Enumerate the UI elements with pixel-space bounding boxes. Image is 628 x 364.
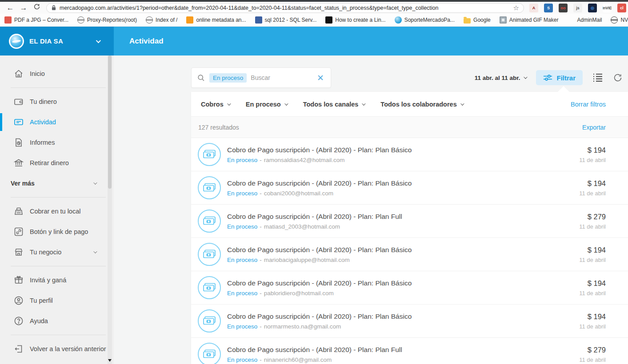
search-icon xyxy=(197,74,205,82)
sidebar-item-actividad[interactable]: Actividad xyxy=(0,112,114,132)
page-title: Actividad xyxy=(129,37,164,46)
browser-toolbar: ← → mercadopago.com.ar/activities/1?peri… xyxy=(0,2,628,14)
bookmarks-bar: PDF a JPG – Conver... Proxy-Reportes(roo… xyxy=(0,14,628,27)
scroll-down-arrow-icon[interactable] xyxy=(108,359,112,363)
date: 11 de abril xyxy=(579,323,606,330)
money-bill-icon xyxy=(198,176,221,199)
sidebar-item-ver-mas[interactable]: Ver más xyxy=(0,173,114,194)
store-icon xyxy=(13,247,24,257)
mask-extension-icon[interactable]: oo xyxy=(559,4,568,12)
c-extension-icon[interactable]: cl xyxy=(617,4,626,12)
sql-favicon xyxy=(255,16,262,24)
mail-x-favicon xyxy=(567,16,574,24)
date: 11 de abril xyxy=(579,157,606,163)
amount: $ 194 xyxy=(579,179,606,188)
sidebar-item-retirar-dinero[interactable]: Retirar dinero xyxy=(0,153,114,173)
payer-email: matiasd_2003@hotmail.com xyxy=(264,223,340,230)
sidebar-scrollbar[interactable] xyxy=(108,55,112,364)
bookmark-item[interactable]: Proxy-Reportes(root) xyxy=(77,16,137,24)
clear-filters-link[interactable]: Borrar filtros xyxy=(571,101,606,108)
forward-icon[interactable]: → xyxy=(17,4,30,12)
filter-dropdown-channels[interactable]: Todos los canales xyxy=(303,101,365,108)
back-icon[interactable]: ← xyxy=(4,4,17,12)
payer-email: mariobacigaluppe@hotmail.com xyxy=(264,257,350,263)
bookmark-item[interactable]: How to create a Lin... xyxy=(325,16,385,24)
status-badge: En proceso xyxy=(227,157,257,163)
results-panel: Cobros En proceso Todos los canales Todo… xyxy=(191,92,628,364)
activity-title: Cobro de Pago suscripción - (Abril 2020)… xyxy=(227,279,412,287)
profile-icon xyxy=(13,295,24,306)
search-input[interactable] xyxy=(251,74,316,81)
acrobat-extension-icon[interactable]: A xyxy=(529,4,538,12)
sidebar-item-volver-version-anterior[interactable]: Volver a la versión anterior xyxy=(0,339,114,359)
bookmark-label: SoporteMercadoPa... xyxy=(404,17,455,23)
activity-row[interactable]: Cobro de Pago suscripción - (Abril 2020)… xyxy=(191,171,628,205)
list-view-icon[interactable] xyxy=(592,73,603,83)
bookmark-item[interactable]: NVS-2 xyxy=(611,16,628,24)
divider xyxy=(11,266,106,266)
filter-dropdown-type[interactable]: Cobros xyxy=(201,101,230,108)
date-range-selector[interactable]: 11 abr. al 11 abr. xyxy=(475,75,527,81)
sidebar-item-cobrar-en-tu-local[interactable]: Cobrar en tu local xyxy=(0,201,114,222)
status-badge: En proceso xyxy=(227,290,257,297)
chevron-down-icon xyxy=(93,249,97,253)
activity-row[interactable]: Cobro de Pago suscripción - (Abril 2020)… xyxy=(191,238,628,271)
search-filter-chip[interactable]: En proceso xyxy=(209,73,247,83)
bookmark-item[interactable]: Index of / xyxy=(146,16,177,24)
bookmark-item[interactable]: Google xyxy=(464,17,491,24)
chevron-down-icon xyxy=(524,75,528,79)
filter-button[interactable]: Filtrar xyxy=(536,70,583,85)
sidebar-item-invita-y-gana[interactable]: Invitá y ganá xyxy=(0,270,114,290)
activity-row[interactable]: Cobro de Pago suscripción - (Abril 2020)… xyxy=(191,205,628,238)
export-link[interactable]: Exportar xyxy=(582,124,606,131)
target-extension-icon[interactable]: ◎ xyxy=(588,4,597,12)
padlock-icon xyxy=(51,5,56,11)
bookmark-label: PDF a JPG – Conver... xyxy=(14,17,68,23)
sidebar-item-boton-y-link[interactable]: Botón y link de pago xyxy=(0,222,114,242)
bookmark-label: NVS-2 xyxy=(620,17,628,23)
filter-dropdown-status[interactable]: En proceso xyxy=(246,101,287,108)
bookmark-item[interactable]: PDF a JPG – Conver... xyxy=(4,16,68,24)
sidebar-item-inicio[interactable]: Inicio xyxy=(0,63,114,84)
scrollbar-thumb[interactable] xyxy=(108,55,112,189)
sidebar-nav: Inicio Tu dinero Actividad Informes Reti… xyxy=(0,55,114,359)
refresh-icon[interactable] xyxy=(30,3,44,12)
sliders-icon xyxy=(543,74,552,81)
results-count: 127 resultados xyxy=(198,124,239,131)
sidebar-item-ayuda[interactable]: Ayuda xyxy=(0,311,114,331)
activity-row[interactable]: Cobro de Pago suscripción - (Abril 2020)… xyxy=(191,338,628,364)
s-extension-icon[interactable]: S xyxy=(544,4,553,12)
sidebar-item-tu-dinero[interactable]: Tu dinero xyxy=(0,91,114,112)
bookmark-item[interactable]: SoporteMercadoPa... xyxy=(395,16,455,24)
sidebar-item-tu-negocio[interactable]: Tu negocio xyxy=(0,242,114,262)
sidebar-item-informes[interactable]: Informes xyxy=(0,132,114,153)
js-extension-icon[interactable]: js xyxy=(573,4,582,12)
date: 11 de abril xyxy=(579,190,606,197)
bookmark-label: AdminMail xyxy=(577,17,602,23)
status-badge: En proceso xyxy=(227,190,257,197)
filter-dropdown-collaborators[interactable]: Todos los colaboradores xyxy=(380,101,463,108)
activity-row[interactable]: Cobro de Pago suscripción - (Abril 2020)… xyxy=(191,305,628,338)
bookmark-star-icon[interactable]: ☆ xyxy=(513,4,519,12)
bookmark-label: Proxy-Reportes(root) xyxy=(87,17,137,23)
status-badge: En proceso xyxy=(227,257,257,263)
bookmark-item[interactable]: sql 2012 - SQL Serv... xyxy=(255,16,317,24)
account-switcher[interactable]: EL DIA SA xyxy=(0,27,114,55)
status-badge: En proceso xyxy=(227,223,257,230)
bookmark-item[interactable]: Animated GIF Maker xyxy=(500,16,559,24)
invid-extension-icon[interactable]: InVID xyxy=(603,4,612,12)
sidebar-item-tu-perfil[interactable]: Tu perfil xyxy=(0,290,114,311)
url-bar[interactable]: mercadopago.com.ar/activities/1?period=o… xyxy=(46,3,524,13)
bookmark-label: sql 2012 - SQL Serv... xyxy=(265,17,317,23)
clear-search-icon[interactable]: ✕ xyxy=(316,73,325,83)
activity-row[interactable]: Cobro de Pago suscripción - (Abril 2020)… xyxy=(191,271,628,305)
date: 11 de abril xyxy=(579,356,606,363)
activity-list: Cobro de Pago suscripción - (Abril 2020)… xyxy=(191,138,628,364)
bookmark-item[interactable]: online metadata an... xyxy=(186,16,246,24)
activity-row[interactable]: Cobro de Pago suscripción - (Abril 2020)… xyxy=(191,138,628,171)
bookmark-item[interactable]: AdminMail xyxy=(567,16,602,24)
amount: $ 194 xyxy=(579,146,606,154)
refresh-list-icon[interactable] xyxy=(613,73,623,83)
globe-favicon xyxy=(146,16,153,24)
search-box[interactable]: En proceso ✕ xyxy=(191,67,331,88)
